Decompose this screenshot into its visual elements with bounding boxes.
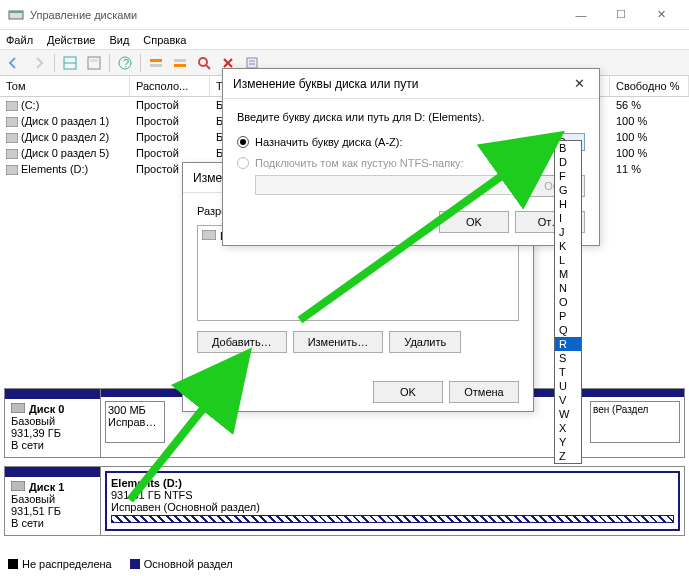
- dropdown-option[interactable]: S: [555, 351, 581, 365]
- radio-assign-label: Назначить букву диска (A-Z):: [255, 136, 403, 148]
- dropdown-option[interactable]: W: [555, 407, 581, 421]
- change-letter-dialog: Изменение буквы диска или пути ✕ Введите…: [222, 68, 600, 246]
- dropdown-option[interactable]: K: [555, 239, 581, 253]
- disk-status: В сети: [11, 439, 94, 451]
- nav-back-icon[interactable]: [4, 52, 26, 74]
- svg-rect-22: [11, 403, 25, 413]
- disk-size: 931,39 ГБ: [11, 427, 94, 439]
- col-volume[interactable]: Том: [0, 76, 130, 96]
- refresh-icon[interactable]: [83, 52, 105, 74]
- view-list-icon[interactable]: [59, 52, 81, 74]
- svg-rect-21: [6, 165, 18, 175]
- disk-icon: [11, 481, 25, 493]
- dropdown-option[interactable]: U: [555, 379, 581, 393]
- remove-button[interactable]: Удалить: [389, 331, 461, 353]
- dropdown-option[interactable]: Y: [555, 435, 581, 449]
- legend-unalloc: Не распределена: [22, 558, 112, 570]
- svg-rect-8: [150, 59, 162, 62]
- disk-bottom-icon[interactable]: [169, 52, 191, 74]
- svg-rect-10: [174, 59, 186, 62]
- help-icon[interactable]: ?: [114, 52, 136, 74]
- dropdown-option[interactable]: T: [555, 365, 581, 379]
- dropdown-option[interactable]: Z: [555, 449, 581, 463]
- dropdown-option[interactable]: I: [555, 211, 581, 225]
- search-icon[interactable]: [193, 52, 215, 74]
- maximize-button[interactable]: ☐: [601, 1, 641, 29]
- dropdown-option[interactable]: H: [555, 197, 581, 211]
- svg-rect-14: [247, 58, 257, 68]
- partition-box[interactable]: Elements (D:) 931,51 ГБ NTFS Исправен (О…: [105, 471, 680, 531]
- ok-button[interactable]: OK: [439, 211, 509, 233]
- disk-row: Диск 1 Базовый 931,51 ГБ В сети Elements…: [4, 466, 685, 536]
- app-icon: [8, 7, 24, 23]
- svg-rect-19: [6, 133, 18, 143]
- svg-text:?: ?: [123, 57, 129, 69]
- change-button[interactable]: Изменить…: [293, 331, 384, 353]
- dialog2-prompt: Введите букву диска или путь для D: (Ele…: [237, 111, 585, 123]
- disk-label: Диск 0 Базовый 931,39 ГБ В сети: [5, 389, 101, 457]
- dialog2-title: Изменение буквы диска или пути: [233, 77, 569, 91]
- part-header: Elements (D:): [111, 477, 674, 489]
- dropdown-option[interactable]: V: [555, 393, 581, 407]
- dropdown-option[interactable]: B: [555, 141, 581, 155]
- drive-letter-dropdown[interactable]: BDFGHIJKLMNOPQRSTUVWXYZ: [554, 140, 582, 464]
- svg-rect-23: [11, 481, 25, 491]
- menu-file[interactable]: Файл: [6, 34, 33, 46]
- menubar: Файл Действие Вид Справка: [0, 30, 689, 50]
- dropdown-option[interactable]: P: [555, 309, 581, 323]
- close-button[interactable]: ✕: [641, 1, 681, 29]
- radio-assign-letter[interactable]: [237, 136, 249, 148]
- menu-help[interactable]: Справка: [143, 34, 186, 46]
- menu-action[interactable]: Действие: [47, 34, 95, 46]
- menu-view[interactable]: Вид: [109, 34, 129, 46]
- dropdown-option[interactable]: M: [555, 267, 581, 281]
- disk-top-icon[interactable]: [145, 52, 167, 74]
- col-free[interactable]: Свободно %: [610, 76, 689, 96]
- dropdown-option[interactable]: Q: [555, 323, 581, 337]
- svg-rect-24: [202, 230, 216, 240]
- dropdown-option[interactable]: R: [555, 337, 581, 351]
- svg-rect-4: [88, 57, 100, 69]
- svg-rect-17: [6, 101, 18, 111]
- svg-rect-1: [9, 11, 23, 13]
- close-icon[interactable]: ✕: [569, 74, 589, 94]
- svg-rect-20: [6, 149, 18, 159]
- svg-rect-11: [174, 64, 186, 67]
- svg-rect-9: [150, 64, 162, 67]
- dropdown-option[interactable]: X: [555, 421, 581, 435]
- dropdown-option[interactable]: F: [555, 169, 581, 183]
- radio-mount-folder[interactable]: [237, 157, 249, 169]
- svg-point-12: [199, 58, 207, 66]
- main-titlebar: Управление дисками — ☐ ✕: [0, 0, 689, 30]
- part-status: Исправ…: [108, 416, 162, 428]
- mount-path-input: [255, 175, 523, 195]
- dropdown-option[interactable]: G: [555, 183, 581, 197]
- dropdown-option[interactable]: J: [555, 225, 581, 239]
- svg-rect-5: [90, 59, 98, 62]
- svg-line-13: [206, 65, 210, 69]
- disk-status: В сети: [11, 517, 94, 529]
- dropdown-option[interactable]: D: [555, 155, 581, 169]
- col-layout[interactable]: Располо...: [130, 76, 210, 96]
- legend: Не распределена Основной раздел: [8, 558, 233, 570]
- disk-label: Диск 1 Базовый 931,51 ГБ В сети: [5, 467, 101, 535]
- minimize-button[interactable]: —: [561, 1, 601, 29]
- disk-name: Диск 0: [29, 403, 64, 415]
- dropdown-option[interactable]: O: [555, 295, 581, 309]
- disk-name: Диск 1: [29, 481, 64, 493]
- ok-button[interactable]: OK: [373, 381, 443, 403]
- part-fs: 931,51 ГБ NTFS: [111, 489, 674, 501]
- part-tail: вен (Раздел: [593, 404, 677, 415]
- add-button[interactable]: Добавить…: [197, 331, 287, 353]
- svg-rect-18: [6, 117, 18, 127]
- cancel-button[interactable]: Отмена: [449, 381, 519, 403]
- dropdown-option[interactable]: L: [555, 253, 581, 267]
- disk-icon: [11, 403, 25, 415]
- disk-type: Базовый: [11, 415, 94, 427]
- dropdown-option[interactable]: N: [555, 281, 581, 295]
- part-desc: Исправен (Основной раздел): [111, 501, 674, 513]
- window-title: Управление дисками: [30, 9, 561, 21]
- part-size: 300 МБ: [108, 404, 162, 416]
- legend-primary: Основной раздел: [144, 558, 233, 570]
- nav-fwd-icon[interactable]: [28, 52, 50, 74]
